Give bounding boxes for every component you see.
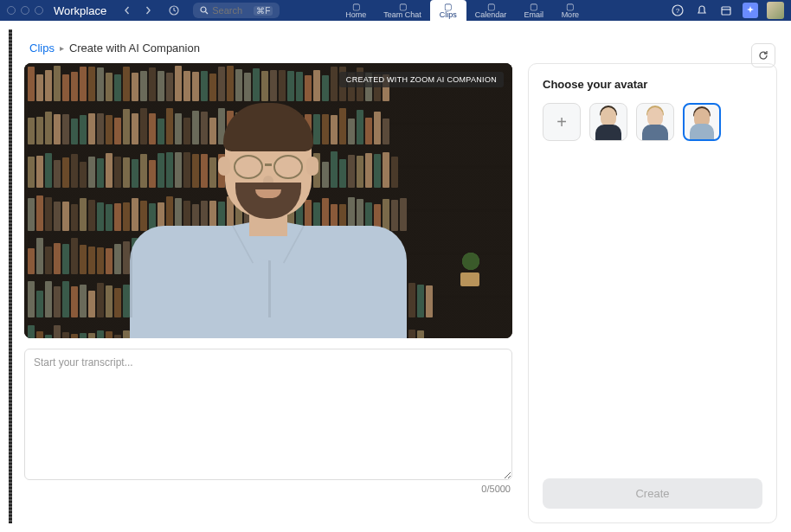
email-icon: ▢: [530, 2, 537, 10]
body-row: CREATED WITH ZOOM AI COMPANION 0/5000 Ch…: [24, 63, 782, 523]
search-box[interactable]: ⌘F: [193, 3, 280, 18]
breadcrumb-parent-link[interactable]: Clips: [29, 42, 55, 54]
sparkle-icon[interactable]: [743, 3, 758, 18]
left-edge-decoration: [9, 29, 12, 523]
nav-tab-home[interactable]: ▢Home: [337, 0, 375, 21]
bell-icon[interactable]: [694, 3, 710, 18]
avatar-option-man-blue-shirt[interactable]: [683, 103, 721, 141]
search-input[interactable]: [212, 5, 250, 16]
more-icon: ▢: [566, 2, 574, 10]
nav-arrows: [119, 2, 157, 19]
nav-tab-email[interactable]: ▢Email: [515, 0, 552, 21]
create-button[interactable]: Create: [543, 478, 762, 509]
app-name: Workplace: [54, 4, 106, 17]
history-icon[interactable]: [165, 2, 183, 19]
nav-tabs: ▢Home▢Team Chat▢Clips▢Calendar▢Email▢Mor…: [337, 0, 588, 21]
top-right-controls: ?: [670, 2, 784, 19]
home-icon: ▢: [352, 2, 360, 10]
avatar-preview: CREATED WITH ZOOM AI COMPANION: [24, 63, 512, 338]
breadcrumb-current: Create with AI Companion: [69, 42, 200, 54]
right-column: Choose your avatar + Create: [528, 63, 777, 523]
avatar-figure: [113, 96, 424, 338]
clips-icon: ▢: [444, 2, 452, 10]
avatar-section-title: Choose your avatar: [543, 78, 762, 91]
calendar-icon: ▢: [487, 2, 495, 10]
svg-text:?: ?: [676, 7, 680, 15]
breadcrumb-separator: ▸: [60, 43, 64, 53]
svg-point-1: [201, 7, 206, 12]
minimize-dot[interactable]: [21, 6, 29, 15]
forward-button[interactable]: [139, 2, 157, 19]
nav-tab-clips[interactable]: ▢Clips: [430, 0, 466, 21]
plus-icon: +: [556, 112, 567, 132]
search-shortcut: ⌘F: [254, 6, 273, 16]
nav-tab-team-chat[interactable]: ▢Team Chat: [375, 0, 430, 21]
add-avatar-button[interactable]: +: [543, 103, 581, 141]
breadcrumb-row: Clips ▸ Create with AI Companion: [24, 29, 782, 63]
refresh-button[interactable]: [751, 43, 775, 67]
window-controls: [7, 6, 43, 15]
profile-avatar[interactable]: [767, 2, 784, 19]
search-icon: [200, 6, 209, 15]
preview-badge: CREATED WITH ZOOM AI COMPANION: [339, 72, 504, 87]
content: Clips ▸ Create with AI Companion: [0, 21, 791, 532]
nav-tab-more[interactable]: ▢More: [552, 0, 588, 21]
avatar-option-woman-blonde[interactable]: [636, 103, 674, 141]
calendar-icon[interactable]: [718, 3, 734, 18]
left-column: CREATED WITH ZOOM AI COMPANION 0/5000: [24, 63, 512, 523]
help-icon[interactable]: ?: [670, 3, 685, 18]
breadcrumb: Clips ▸ Create with AI Companion: [29, 42, 200, 54]
topbar: Workplace ⌘F ▢Home▢Team Chat▢Clips▢Calen…: [0, 0, 791, 21]
main-area: Clips ▸ Create with AI Companion: [24, 29, 782, 523]
avatar-option-man-suit[interactable]: [589, 103, 627, 141]
char-count: 0/5000: [24, 480, 512, 497]
transcript-box[interactable]: [24, 349, 512, 480]
nav-tab-calendar[interactable]: ▢Calendar: [466, 0, 516, 21]
avatar-grid: +: [543, 103, 762, 141]
back-button[interactable]: [119, 2, 136, 19]
svg-rect-4: [722, 7, 730, 15]
maximize-dot[interactable]: [35, 6, 43, 15]
close-dot[interactable]: [7, 6, 16, 15]
chat-icon: ▢: [399, 2, 407, 10]
transcript-textarea[interactable]: [34, 356, 503, 472]
